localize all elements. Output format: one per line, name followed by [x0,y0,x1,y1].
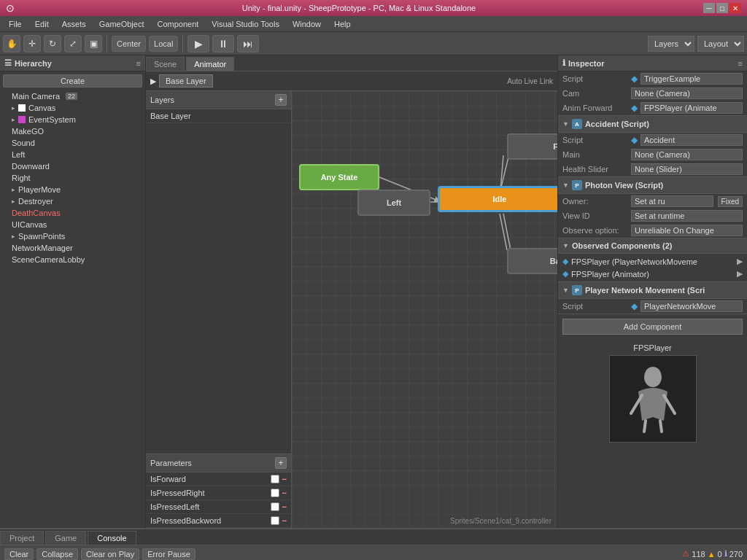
hierarchy-item-makego[interactable]: MakeGO [0,125,145,137]
state-backword[interactable]: Backword [507,248,557,274]
photon-header[interactable]: ▼ P Photon View (Script) [558,177,747,194]
tab-scene[interactable]: Scene [146,57,185,71]
observed-expand-icon: ▼ [562,242,569,249]
hierarchy-item-destroyer[interactable]: ▸ Destroyer [0,195,145,207]
hierarchy-item-playermove[interactable]: ▸ PlayerMove [0,184,145,195]
console-error-pause-button[interactable]: Error Pause [142,548,196,560]
local-button[interactable]: Local [149,36,178,52]
param-checkbox-ispressedleft[interactable] [271,502,279,511]
menu-file[interactable]: File [3,18,28,30]
hierarchy-create-button[interactable]: Create [3,74,142,88]
maximize-button[interactable]: □ [716,3,728,13]
unity-icon: ⊙ [6,2,15,14]
hierarchy-item-sound[interactable]: Sound [0,137,145,149]
minimize-button[interactable]: ─ [703,3,715,13]
obs-icon-2: ◆ [562,269,568,279]
hierarchy-item-label: Right [12,174,31,182]
accident-header[interactable]: ▼ A Accident (Script) [558,116,747,133]
layout-dropdown[interactable]: Layout [697,36,744,52]
obs-expand-1[interactable]: ▶ [737,257,743,266]
bottom-tab-game[interactable]: Game [45,531,86,545]
menu-component[interactable]: Component [151,18,204,30]
animator-canvas[interactable]: Any State Forward Left Idle Right [292,91,557,491]
param-name: IsPressedRight [150,489,268,497]
hierarchy-menu-button[interactable]: ≡ [136,59,141,68]
hierarchy-item-deathcanvas[interactable]: DeathCanvas [0,207,145,219]
param-checkbox-isforward[interactable] [271,475,279,483]
param-remove-ispressedright[interactable]: − [282,489,287,497]
state-left[interactable]: Left [357,190,430,216]
params-add-button[interactable]: + [275,457,287,469]
hierarchy-item-eventsystem[interactable]: ▸ EventSystem [0,114,145,125]
menu-window[interactable]: Window [287,18,327,30]
toolbar-divider-2 [182,35,183,52]
bottom-tab-bar: Project Game Console [0,529,747,545]
console-collapse-button[interactable]: Collapse [36,548,78,560]
bottom-tab-project[interactable]: Project [0,531,44,545]
add-component-button[interactable]: Add Component [562,319,743,335]
step-button[interactable]: ⏭ [237,35,259,52]
param-checkbox-ispressedbackword[interactable] [271,516,279,525]
scale-tool-button[interactable]: ⤢ [64,35,82,52]
layers-add-button[interactable]: + [275,94,287,106]
param-remove-isforward[interactable]: − [282,475,287,483]
photon-viewid-row: View ID Set at runtime [558,209,747,223]
warn-count: 0 [718,550,722,559]
hierarchy-item-label: Left [12,150,25,159]
param-remove-ispressedbackword[interactable]: − [282,516,287,525]
photon-component-icon: P [572,180,582,190]
hierarchy-item-uicanvas[interactable]: UICanvas [0,219,145,230]
breadcrumb-base-layer[interactable]: Base Layer [159,74,213,88]
photon-observe-value: Unreliable On Change [631,225,743,236]
menu-gameobject[interactable]: GameObject [93,18,150,30]
move-tool-button[interactable]: ✛ [23,35,41,52]
observed-header[interactable]: ▼ Observed Components (2) [558,238,747,254]
hierarchy-item-downward[interactable]: Downward [0,160,145,172]
hierarchy-header: ☰ Hierarchy ≡ [0,55,145,71]
hierarchy-item-label: Downward [12,162,50,171]
state-forward[interactable]: Forward [507,133,557,160]
center-button[interactable]: Center [112,36,146,52]
console-clear-on-play-button[interactable]: Clear on Play [81,548,139,560]
layers-dropdown[interactable]: Layers [648,36,694,52]
hierarchy-item-label: SpawnPoints [18,232,65,241]
menu-visual-studio-tools[interactable]: Visual Studio Tools [206,18,285,30]
state-any-state[interactable]: Any State [299,164,379,190]
hierarchy-panel: ☰ Hierarchy ≡ Create Main Camera 22 ▸ Ca… [0,55,146,528]
expand-arrow-playermove: ▸ [12,186,15,193]
hierarchy-item-networkmanager[interactable]: NetworkManager [0,242,145,254]
param-checkbox-ispressedright[interactable] [271,489,279,497]
state-idle[interactable]: Idle [438,186,557,212]
layer-item-base[interactable]: Base Layer [146,109,291,123]
rect-tool-button[interactable]: ▣ [85,35,102,52]
params-title: Parameters [150,459,192,467]
close-button[interactable]: ✕ [729,3,741,13]
script-icon: ◆ [631,74,638,84]
hierarchy-item-label: DeathCanvas [12,209,61,217]
player-network-script-label: Script [562,302,628,311]
console-clear-button[interactable]: Clear [4,548,34,560]
state-left-label: Left [387,198,401,207]
menu-assets[interactable]: Assets [56,18,92,30]
inspector-menu-button[interactable]: ≡ [738,59,743,68]
pause-button[interactable]: ⏸ [212,35,234,52]
photon-expand-icon: ▼ [562,182,569,189]
player-network-header[interactable]: ▼ P Player Network Movement (Scri [558,282,747,299]
play-button[interactable]: ▶ [187,35,209,52]
obs-expand-2[interactable]: ▶ [737,269,743,279]
obs-name-2: FPSPlayer (Animator) [571,270,649,279]
hand-tool-button[interactable]: ✋ [3,35,20,52]
rotate-tool-button[interactable]: ↻ [44,35,61,52]
hierarchy-item-left[interactable]: Left [0,149,145,160]
hierarchy-item-spawnpoints[interactable]: ▸ SpawnPoints [0,230,145,242]
toolbar: ✋ ✛ ↻ ⤢ ▣ Center Local ▶ ⏸ ⏭ Layers Layo… [0,32,747,55]
bottom-tab-console[interactable]: Console [88,531,136,545]
param-remove-ispressedleft[interactable]: − [282,502,287,511]
hierarchy-item-canvas[interactable]: ▸ Canvas [0,102,145,114]
tab-animator[interactable]: Animator [186,57,234,71]
menu-help[interactable]: Help [328,18,357,30]
hierarchy-item-right[interactable]: Right [0,172,145,184]
hierarchy-item-scenecameralobby[interactable]: SceneCameraLobby [0,254,145,265]
hierarchy-item-main-camera[interactable]: Main Camera 22 [0,90,145,102]
menu-edit[interactable]: Edit [29,18,55,30]
